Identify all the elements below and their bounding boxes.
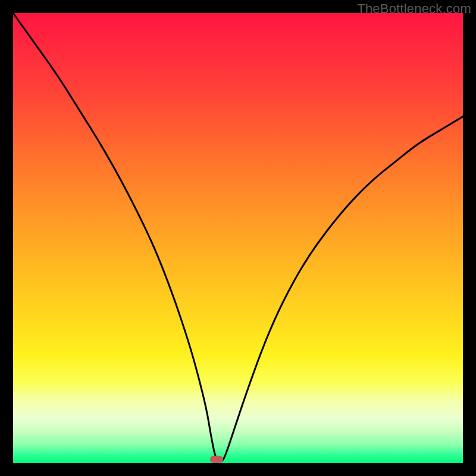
- curve-path: [13, 13, 463, 462]
- minimum-marker: [210, 456, 223, 463]
- plot-area: [13, 13, 463, 463]
- chart-frame: TheBottleneck.com: [0, 0, 476, 476]
- bottleneck-curve: [13, 13, 463, 463]
- watermark-text: TheBottleneck.com: [357, 1, 471, 17]
